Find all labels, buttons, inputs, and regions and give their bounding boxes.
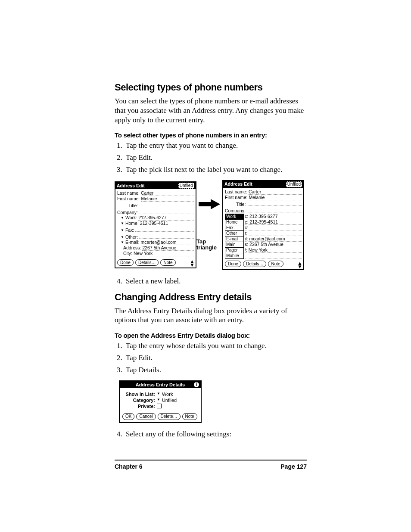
- field-value-row: c:: [245, 225, 302, 230]
- field-value[interactable]: c:: [245, 225, 302, 230]
- step: Tap Details.: [124, 365, 307, 375]
- show-in-list-picker[interactable]: Work: [162, 392, 173, 397]
- field-value[interactable]: s: 2267 5th Avenue: [245, 242, 302, 247]
- step-list-cont: Select any of the following settings:: [115, 429, 307, 439]
- delete-button[interactable]: Delete…: [158, 413, 181, 420]
- body-text: The Address Entry Details dialog box pro…: [115, 306, 307, 325]
- field-value[interactable]: /: New York: [245, 247, 302, 253]
- field-label: Home:: [125, 221, 139, 226]
- picklist-option[interactable]: Mobile: [225, 253, 243, 259]
- done-button[interactable]: Done: [117, 259, 134, 266]
- label-company: Company:: [225, 208, 246, 214]
- field-value-row: c: 212-395-6277: [245, 214, 302, 219]
- category-picker[interactable]: Unfiled: [162, 398, 177, 403]
- private-checkbox[interactable]: [157, 404, 162, 408]
- phone-row: ▼Other:: [117, 233, 194, 240]
- field-value-row: il: mcarter@aol.com: [245, 236, 302, 242]
- scroll-arrows-icon[interactable]: ▲▼: [297, 261, 302, 268]
- details-button[interactable]: Details…: [135, 259, 159, 266]
- picklist-option[interactable]: Pager: [225, 248, 243, 253]
- field-value-row: /: New York: [245, 247, 302, 253]
- window-title: Address Edit: [224, 181, 252, 187]
- cancel-button[interactable]: Cancel: [136, 413, 156, 420]
- field-value[interactable]: r:: [245, 230, 302, 236]
- phone-row: City:New York: [117, 251, 194, 256]
- field-value-row: r:: [245, 230, 302, 236]
- phone-row: ▼Work:212-395-6277: [117, 215, 194, 221]
- field-label: Other:: [125, 234, 138, 240]
- label-first-name: First name:: [225, 195, 248, 200]
- phone-row: Address:2267 5th Avenue: [117, 245, 194, 251]
- category-picker[interactable]: Unfiled: [286, 181, 302, 187]
- input-first-name[interactable]: Melanie: [141, 196, 194, 202]
- picklist-option[interactable]: Main: [225, 242, 243, 248]
- field-value[interactable]: e: 212-395-4511: [245, 219, 302, 225]
- field-value[interactable]: 2267 5th Avenue: [142, 245, 194, 251]
- field-value[interactable]: New York: [134, 251, 194, 256]
- picklist-trigger-icon[interactable]: ▼: [121, 241, 124, 244]
- step: Tap the entry that you want to change.: [124, 140, 307, 151]
- note-button[interactable]: Note: [182, 413, 197, 420]
- picklist-trigger-icon[interactable]: ▼: [121, 216, 124, 220]
- field-label: Work:: [125, 215, 137, 221]
- input-last-name[interactable]: Carter: [141, 190, 194, 196]
- note-button[interactable]: Note: [160, 259, 175, 266]
- picklist-trigger-icon[interactable]: ▼: [121, 222, 124, 225]
- phone-row: ▼Home:212-395-4511: [117, 221, 194, 226]
- field-value[interactable]: [139, 233, 194, 239]
- field-value[interactable]: [245, 253, 302, 258]
- label-last-name: Last name:: [225, 189, 247, 195]
- label-private: Private:: [123, 404, 155, 409]
- body-text: You can select the types of phone number…: [115, 96, 307, 124]
- done-button[interactable]: Done: [225, 261, 241, 267]
- picklist-option[interactable]: Home: [225, 220, 243, 225]
- step: Tap the pick list next to the label you …: [124, 165, 307, 175]
- field-value-row: e: 212-395-4511: [245, 219, 302, 225]
- dropdown-icon[interactable]: ▼: [157, 398, 160, 401]
- details-button[interactable]: Details…: [243, 261, 267, 267]
- label-title: Title:: [236, 202, 246, 207]
- label-title: Title:: [128, 203, 138, 208]
- input-company[interactable]: [139, 208, 194, 214]
- step: Tap Edit.: [124, 353, 307, 363]
- picklist-option[interactable]: Fax: [225, 225, 243, 231]
- step-list: Tap the entry whose details you want to …: [115, 341, 307, 375]
- picklist-trigger-icon[interactable]: ▼: [121, 229, 124, 232]
- field-value[interactable]: mcarter@aol.com: [141, 240, 194, 245]
- field-value[interactable]: c: 212-395-6277: [245, 214, 302, 219]
- info-icon[interactable]: i: [194, 382, 199, 387]
- picklist-option[interactable]: Work: [225, 214, 243, 220]
- input-company[interactable]: [247, 207, 302, 212]
- picklist-option[interactable]: E-mail: [225, 236, 243, 242]
- field-label: Address:: [123, 245, 141, 251]
- input-title[interactable]: [247, 200, 302, 206]
- field-value-row: [245, 253, 302, 258]
- ok-button[interactable]: OK: [122, 413, 134, 420]
- palm-screen-right: Address Edit Unfiled Last name:Carter Fi…: [222, 180, 304, 270]
- procedure-heading: To open the Address Entry Details dialog…: [115, 332, 307, 339]
- input-first-name[interactable]: Melanie: [249, 195, 302, 200]
- field-value[interactable]: 212-395-6277: [138, 215, 194, 221]
- input-last-name[interactable]: Carter: [249, 189, 302, 195]
- picklist-trigger-icon[interactable]: ▼: [121, 236, 124, 239]
- phone-row: ▼E-mail:mcarter@aol.com: [117, 240, 194, 245]
- procedure-heading: To select other types of phone numbers i…: [115, 131, 307, 139]
- field-value[interactable]: 212-395-4511: [140, 221, 194, 226]
- note-button[interactable]: Note: [268, 261, 283, 267]
- step: Tap Edit.: [124, 152, 307, 163]
- figure-row: Address Edit Unfiled Last name:Carter Fi…: [115, 180, 307, 270]
- dropdown-icon[interactable]: ▼: [157, 392, 160, 395]
- caption: Tap triangle: [196, 239, 217, 251]
- field-label: Fax:: [125, 227, 134, 233]
- field-value[interactable]: il: mcarter@aol.com: [245, 236, 302, 242]
- label-show-in-list: Show in List:: [123, 392, 155, 397]
- scroll-arrows-icon[interactable]: ▲▼: [190, 259, 194, 266]
- field-value[interactable]: [135, 226, 194, 232]
- label-last-name: Last name:: [117, 190, 140, 196]
- chapter-label: Chapter 6: [115, 463, 143, 470]
- input-title[interactable]: [139, 202, 194, 207]
- field-label: E-mail:: [125, 240, 140, 245]
- arrow-icon: [196, 199, 222, 209]
- category-picker[interactable]: Unfiled: [178, 183, 194, 189]
- picklist-option[interactable]: Other: [225, 231, 243, 236]
